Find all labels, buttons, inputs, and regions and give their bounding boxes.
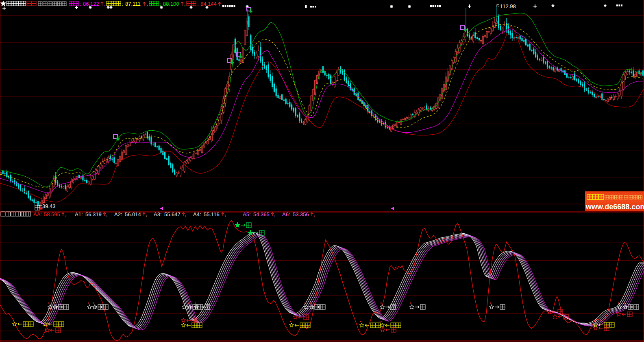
svg-text:,: , — [104, 1, 106, 7]
svg-text:,: , — [146, 211, 147, 217]
svg-text:39.43: 39.43 — [42, 203, 56, 209]
svg-text:,: , — [146, 1, 148, 7]
svg-text:55.647: 55.647 — [164, 211, 181, 217]
svg-text:A1:: A1: — [75, 211, 83, 217]
svg-text:56.319: 56.319 — [85, 211, 102, 217]
svg-text:87.111: 87.111 — [125, 1, 141, 7]
svg-text:A3:: A3: — [154, 211, 162, 217]
svg-text:58.595: 58.595 — [44, 211, 60, 217]
svg-text:86.122: 86.122 — [83, 1, 99, 7]
svg-text::: : — [160, 1, 161, 7]
svg-text:A4:: A4: — [193, 211, 201, 217]
svg-text::: : — [197, 1, 199, 7]
svg-text:www.de6688.com: www.de6688.com — [585, 203, 644, 211]
svg-text:,: , — [274, 211, 276, 217]
svg-text:,: , — [65, 211, 66, 217]
svg-text:A5:: A5: — [243, 211, 251, 217]
svg-text:112.98: 112.98 — [500, 3, 516, 9]
svg-text:88.100: 88.100 — [163, 1, 179, 7]
svg-text:,: , — [313, 211, 315, 217]
svg-text:,: , — [185, 211, 187, 217]
svg-text:A6:: A6: — [282, 211, 290, 217]
svg-text:,: , — [184, 1, 186, 7]
svg-text:54.365: 54.365 — [253, 211, 270, 217]
svg-text:56.014: 56.014 — [125, 211, 141, 217]
svg-text::: : — [122, 1, 124, 7]
svg-text:AA:: AA: — [33, 211, 42, 217]
svg-text:55.116: 55.116 — [204, 211, 220, 217]
svg-text::: : — [80, 1, 81, 7]
svg-text:53.356: 53.356 — [293, 211, 309, 217]
svg-text:,: , — [106, 211, 108, 217]
svg-text:84.144: 84.144 — [200, 1, 217, 7]
svg-text:,: , — [224, 211, 226, 217]
svg-text:A2:: A2: — [114, 211, 122, 217]
